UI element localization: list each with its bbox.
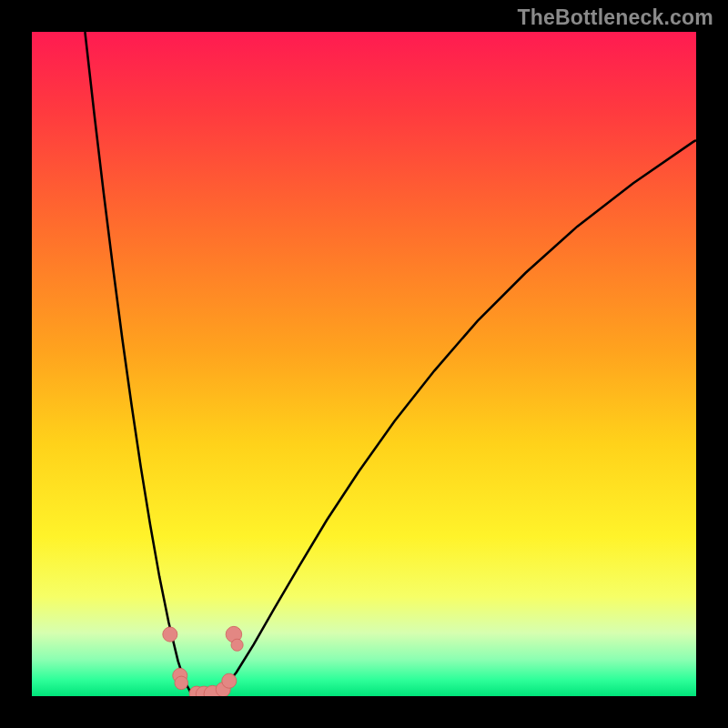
plot-area — [32, 32, 696, 696]
curve-left-branch — [85, 32, 211, 696]
watermark-text: TheBottleneck.com — [517, 5, 713, 30]
curve-right-branch — [211, 140, 696, 696]
data-marker — [163, 627, 177, 642]
data-markers — [163, 626, 243, 696]
chart-frame: TheBottleneck.com — [0, 0, 728, 728]
data-marker — [222, 673, 237, 688]
data-marker — [175, 676, 188, 690]
bottleneck-curve — [32, 32, 696, 696]
data-marker — [231, 639, 243, 651]
